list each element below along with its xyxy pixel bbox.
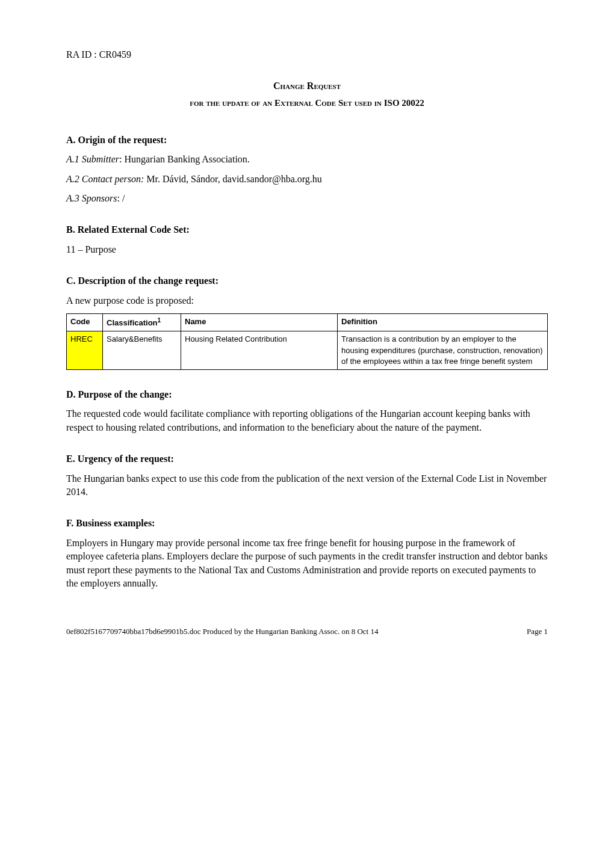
th-classification-sup: 1 bbox=[158, 317, 161, 324]
table-header-row: Code Classification1 Name Definition bbox=[67, 313, 548, 331]
td-code: HREC bbox=[67, 331, 103, 370]
td-definition: Transaction is a contribution by an empl… bbox=[338, 331, 548, 370]
a3-line: A.3 Sponsors: / bbox=[66, 192, 548, 205]
a2-label: A.2 Contact person: bbox=[66, 174, 144, 184]
a3-label: A.3 Sponsors bbox=[66, 193, 117, 203]
document-id: RA ID : CR0459 bbox=[66, 48, 548, 61]
th-name: Name bbox=[181, 313, 338, 331]
title-sub-iso: ISO 20022 bbox=[384, 98, 424, 108]
table-row: HREC Salary&Benefits Housing Related Con… bbox=[67, 331, 548, 370]
section-d-heading: D. Purpose of the change: bbox=[66, 388, 548, 401]
title-main: Change Request bbox=[66, 79, 548, 93]
section-f-heading: F. Business examples: bbox=[66, 517, 548, 530]
footer-left: 0ef802f5167709740bba17bd6e9901b5.doc Pro… bbox=[66, 626, 378, 637]
title-sub-prefix: for the update of an External Code Set u… bbox=[190, 98, 384, 108]
a1-line: A.1 Submitter: Hungarian Banking Associa… bbox=[66, 153, 548, 166]
title-sub: for the update of an External Code Set u… bbox=[66, 97, 548, 109]
th-code: Code bbox=[67, 313, 103, 331]
section-c-intro: A new purpose code is proposed: bbox=[66, 294, 548, 307]
section-f-body: Employers in Hungary may provide persona… bbox=[66, 537, 548, 591]
th-classification-text: Classification bbox=[107, 318, 158, 327]
a2-line: A.2 Contact person: Mr. Dávid, Sándor, d… bbox=[66, 173, 548, 186]
section-d-body: The requested code would facilitate comp… bbox=[66, 407, 548, 434]
td-classification: Salary&Benefits bbox=[103, 331, 181, 370]
page-footer: 0ef802f5167709740bba17bd6e9901b5.doc Pro… bbox=[66, 626, 548, 637]
a1-label: A.1 Submitter bbox=[66, 154, 119, 164]
code-table: Code Classification1 Name Definition HRE… bbox=[66, 313, 548, 370]
a2-value: Mr. Dávid, Sándor, david.sandor@hba.org.… bbox=[144, 174, 322, 184]
th-classification: Classification1 bbox=[103, 313, 181, 331]
th-definition: Definition bbox=[338, 313, 548, 331]
section-a-heading: A. Origin of the request: bbox=[66, 134, 548, 147]
section-b-heading: B. Related External Code Set: bbox=[66, 223, 548, 236]
section-b-body: 11 – Purpose bbox=[66, 243, 548, 256]
section-e-body: The Hungarian banks expect to use this c… bbox=[66, 472, 548, 499]
a1-value: : Hungarian Banking Association. bbox=[119, 154, 250, 164]
footer-right: Page 1 bbox=[527, 626, 548, 637]
a3-value: : / bbox=[117, 193, 125, 203]
td-name: Housing Related Contribution bbox=[181, 331, 338, 370]
section-e-heading: E. Urgency of the request: bbox=[66, 452, 548, 466]
section-c-heading: C. Description of the change request: bbox=[66, 274, 548, 288]
